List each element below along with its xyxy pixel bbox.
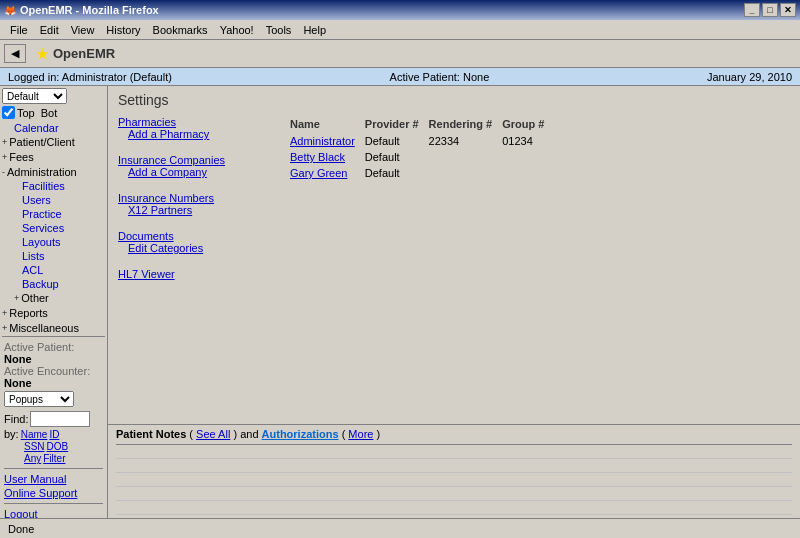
menu-history[interactable]: History: [100, 22, 146, 38]
menu-edit[interactable]: Edit: [34, 22, 65, 38]
see-all-link[interactable]: See All: [196, 428, 230, 440]
provider-group-0: 01234: [502, 134, 552, 148]
table-row: Gary Green Default: [290, 166, 552, 180]
sidebar-header-fees[interactable]: + Fees: [2, 150, 105, 164]
default-select[interactable]: Default: [2, 88, 67, 104]
top-label: Top: [17, 107, 35, 119]
sidebar-reports-label: Reports: [9, 307, 48, 319]
expand-fees-icon: +: [2, 152, 7, 162]
find-by-any[interactable]: Any: [24, 453, 41, 464]
add-company-link[interactable]: Add a Company: [118, 166, 268, 178]
gary-green-link[interactable]: Gary Green: [290, 167, 347, 179]
edit-categories-link[interactable]: Edit Categories: [118, 242, 268, 254]
find-input[interactable]: [30, 411, 90, 427]
find-ssn-row: SSN DOB: [4, 441, 103, 452]
top-checkbox[interactable]: [2, 106, 15, 119]
note-line-5: [116, 501, 792, 515]
hl7-viewer-link[interactable]: HL7 Viewer: [118, 268, 268, 280]
window-title: OpenEMR - Mozilla Firefox: [20, 4, 159, 16]
provider-rendering-0: 22334: [429, 134, 501, 148]
settings-panel: Settings Pharmacies Add a Pharmacy Insur…: [108, 86, 800, 424]
sidebar-item-facilities[interactable]: Facilities: [2, 179, 105, 193]
sidebar-header-reports[interactable]: + Reports: [2, 306, 105, 320]
find-by-name[interactable]: Name: [21, 429, 48, 440]
find-by-dob[interactable]: DOB: [47, 441, 69, 452]
sidebar-header-admin[interactable]: - Administration: [2, 165, 105, 179]
documents-link[interactable]: Documents: [118, 230, 268, 242]
sidebar-item-lists[interactable]: Lists: [2, 249, 105, 263]
sidebar-item-users[interactable]: Users: [2, 193, 105, 207]
add-pharmacy-link[interactable]: Add a Pharmacy: [118, 128, 268, 140]
table-row: Administrator Default 22334 01234: [290, 134, 552, 148]
notes-lines: [116, 444, 792, 515]
sidebar-item-layouts[interactable]: Layouts: [2, 235, 105, 249]
sidebar-item-practice[interactable]: Practice: [2, 207, 105, 221]
practice-link[interactable]: Practice: [22, 208, 62, 220]
col-group: Group #: [502, 118, 552, 132]
sidebar-item-calendar[interactable]: Calendar: [2, 121, 105, 135]
layouts-link[interactable]: Layouts: [22, 236, 61, 248]
sidebar-section-misc: + Miscellaneous: [2, 321, 105, 335]
sidebar-header-misc[interactable]: + Miscellaneous: [2, 321, 105, 335]
user-manual-link[interactable]: User Manual: [4, 473, 103, 485]
find-by-ssn[interactable]: SSN: [24, 441, 45, 452]
settings-right-column: Name Provider # Rendering # Group # Admi…: [288, 116, 790, 294]
authorizations-link[interactable]: Authorizations: [262, 428, 339, 440]
patient-notes-label: Patient Notes: [116, 428, 186, 440]
administrator-link[interactable]: Administrator: [290, 135, 355, 147]
x12-partners-link[interactable]: X12 Partners: [118, 204, 268, 216]
menu-help[interactable]: Help: [297, 22, 332, 38]
sidebar-item-backup[interactable]: Backup: [2, 277, 105, 291]
menu-tools[interactable]: Tools: [260, 22, 298, 38]
pharmacies-link[interactable]: Pharmacies: [118, 116, 268, 128]
back-button[interactable]: ◀: [4, 44, 26, 63]
sidebar-bottom: Active Patient: None Active Encounter: N…: [2, 336, 105, 518]
find-by-label: by:: [4, 428, 19, 440]
find-by-filter[interactable]: Filter: [43, 453, 65, 464]
menu-bookmarks[interactable]: Bookmarks: [147, 22, 214, 38]
documents-section: Documents Edit Categories: [118, 230, 268, 254]
toolbar: ◀ ★ OpenEMR: [0, 40, 800, 68]
provider-default-2: Default: [365, 166, 427, 180]
minimize-button[interactable]: _: [744, 3, 760, 17]
insurance-numbers-link[interactable]: Insurance Numbers: [118, 192, 268, 204]
maximize-button[interactable]: □: [762, 3, 778, 17]
note-line-3: [116, 473, 792, 487]
users-link[interactable]: Users: [22, 194, 51, 206]
services-link[interactable]: Services: [22, 222, 64, 234]
find-row: Find:: [4, 411, 103, 427]
active-patient-label: Active Patient:: [4, 341, 103, 353]
popups-select[interactable]: Popups: [4, 391, 74, 407]
backup-link[interactable]: Backup: [22, 278, 59, 290]
menu-yahoo[interactable]: Yahoo!: [214, 22, 260, 38]
insurance-companies-link[interactable]: Insurance Companies: [118, 154, 268, 166]
sidebar-item-acl[interactable]: ACL: [2, 263, 105, 277]
online-support-link[interactable]: Online Support: [4, 487, 103, 499]
logout-link[interactable]: Logout: [4, 508, 103, 518]
sidebar-patient-label: Patient/Client: [9, 136, 74, 148]
find-by-row: by: Name ID: [4, 428, 103, 440]
betty-black-link[interactable]: Betty Black: [290, 151, 345, 163]
note-line-1: [116, 445, 792, 459]
more-link[interactable]: More: [348, 428, 373, 440]
logged-in-label: Logged in: Administrator (Default): [8, 71, 172, 83]
pharmacies-section: Pharmacies Add a Pharmacy: [118, 116, 268, 140]
active-encounter-value: None: [4, 377, 103, 389]
note-line-2: [116, 459, 792, 473]
sidebar-header-patient[interactable]: + Patient/Client: [2, 135, 105, 149]
acl-link[interactable]: ACL: [22, 264, 43, 276]
titlebar-controls[interactable]: _ □ ✕: [744, 3, 796, 17]
sidebar-header-other[interactable]: + Other: [2, 291, 105, 305]
menu-view[interactable]: View: [65, 22, 101, 38]
lists-link[interactable]: Lists: [22, 250, 45, 262]
sidebar-item-services[interactable]: Services: [2, 221, 105, 235]
find-by-id[interactable]: ID: [49, 429, 59, 440]
facilities-link[interactable]: Facilities: [22, 180, 65, 192]
bot-label: Bot: [41, 107, 58, 119]
expand-other-icon: +: [14, 293, 19, 303]
settings-title: Settings: [118, 92, 790, 108]
calendar-link[interactable]: Calendar: [14, 122, 59, 134]
provider-rendering-2: [429, 166, 501, 180]
close-button[interactable]: ✕: [780, 3, 796, 17]
menu-file[interactable]: File: [4, 22, 34, 38]
